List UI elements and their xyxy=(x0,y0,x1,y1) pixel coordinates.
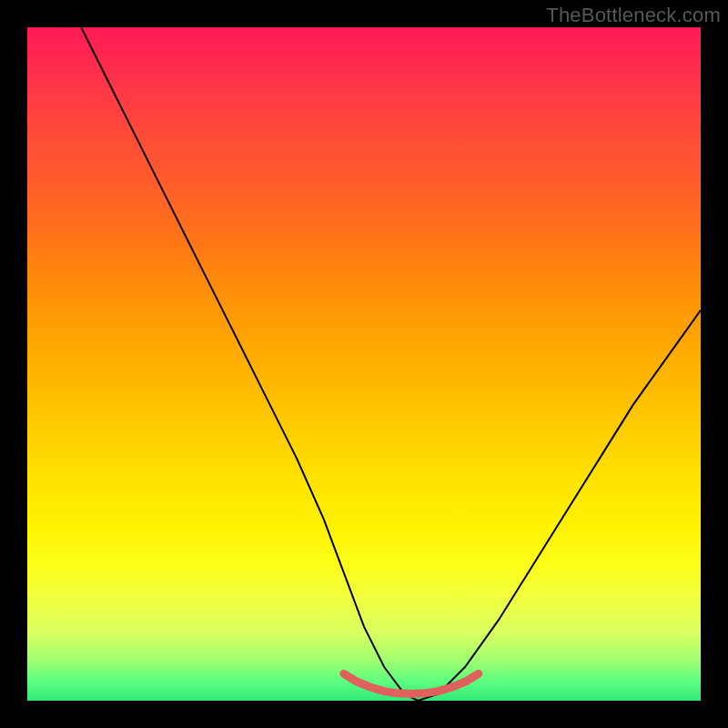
plot-area xyxy=(27,27,701,701)
chart-frame: { "watermark": "TheBottleneck.com", "cha… xyxy=(0,0,728,728)
watermark-text: TheBottleneck.com xyxy=(546,4,721,27)
optimal-band xyxy=(344,673,479,693)
chart-svg xyxy=(27,27,701,701)
bottleneck-curve xyxy=(81,27,701,701)
